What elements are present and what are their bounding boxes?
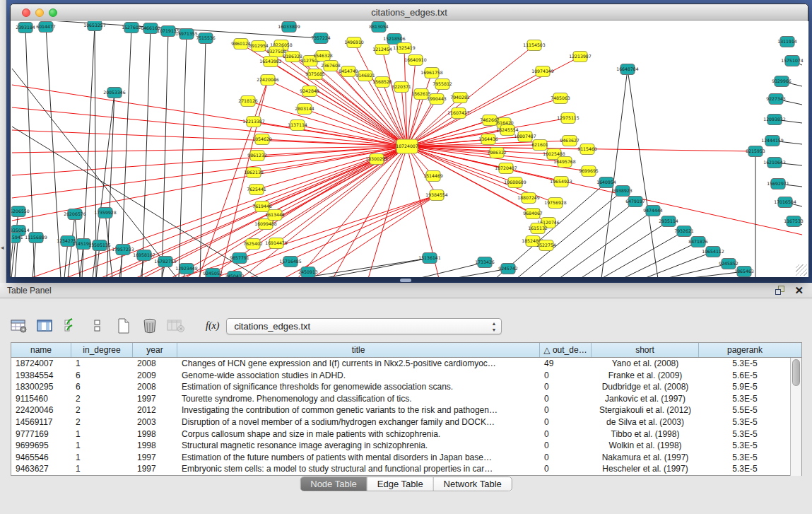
table-cell[interactable]: 0: [540, 463, 592, 475]
citation-edge-black[interactable]: [121, 28, 131, 277]
window-resize-grip[interactable]: [796, 264, 807, 276]
show-columns-icon[interactable]: [36, 317, 54, 335]
network-canvas[interactable]: 2393184601447710653257152760264661601071…: [11, 21, 808, 277]
table-cell[interactable]: Nakamura et al. (1997): [592, 452, 699, 464]
table-cell[interactable]: 1: [71, 440, 133, 452]
function-builder-icon[interactable]: f(x): [206, 320, 219, 332]
table-cell[interactable]: 5.3E-5: [699, 393, 791, 405]
table-cell[interactable]: 49: [540, 358, 592, 370]
citation-edge-red[interactable]: [248, 195, 437, 277]
table-cell[interactable]: 5.5E-5: [699, 404, 791, 416]
tab-network-table[interactable]: Network Table: [434, 477, 512, 491]
column-header-short[interactable]: short: [592, 343, 699, 357]
table-cell[interactable]: 18724007: [11, 358, 71, 370]
table-select-dropdown[interactable]: citations_edges.txt ▲▼: [226, 318, 502, 334]
column-header-pagerank[interactable]: pagerank: [699, 343, 791, 357]
table-cell[interactable]: 2012: [133, 404, 177, 416]
table-cell[interactable]: Structural magnetic resonance image aver…: [177, 440, 540, 452]
table-cell[interactable]: de Silva et al. (2003): [592, 416, 699, 428]
citation-edge-black[interactable]: [644, 252, 713, 277]
table-cell[interactable]: 9463627: [11, 463, 71, 475]
float-panel-button[interactable]: [775, 286, 785, 296]
citation-edge-black[interactable]: [601, 69, 628, 277]
table-cell[interactable]: Corpus callosum shape and size in male p…: [177, 428, 540, 440]
table-cell[interactable]: 5.9E-5: [699, 381, 791, 393]
network-view-window[interactable]: citations_edges.txt 23931846014477106532…: [10, 4, 808, 277]
citation-edge-red[interactable]: [276, 52, 407, 146]
citation-edge-red[interactable]: [12, 146, 407, 153]
table-row[interactable]: 969969511998Structural magnetic resonanc…: [11, 440, 801, 452]
collapse-arrow-icon[interactable]: ◂: [1, 245, 4, 251]
unselect-all-icon[interactable]: [88, 317, 107, 335]
table-cell[interactable]: 14569117: [11, 416, 71, 428]
table-cell[interactable]: 0: [540, 428, 592, 440]
table-cell[interactable]: 1: [71, 358, 133, 370]
table-row[interactable]: 1456911722003Disruption of a novel membe…: [11, 416, 801, 428]
table-cell[interactable]: 1: [71, 428, 133, 440]
table-cell[interactable]: 2003: [133, 416, 177, 428]
table-row[interactable]: 1830029562008Estimation of significance …: [11, 381, 801, 393]
table-cell[interactable]: 5.3E-5: [699, 452, 791, 464]
table-cell[interactable]: Estimation of significance thresholds fo…: [177, 381, 540, 393]
table-cell[interactable]: 0: [540, 452, 592, 464]
table-row[interactable]: 1938455462009Genome-wide association stu…: [11, 370, 801, 382]
split-pane-handle[interactable]: [400, 279, 411, 282]
citation-network-graph[interactable]: 2393184601447710653257152760264661601071…: [11, 21, 808, 277]
table-cell[interactable]: 9699695: [11, 440, 71, 452]
table-cell[interactable]: Yano et al. (2008): [592, 358, 699, 370]
citation-edge-red[interactable]: [283, 195, 437, 277]
citation-edge-black[interactable]: [628, 69, 658, 277]
citation-edge-red[interactable]: [268, 80, 407, 146]
table-mode-icon[interactable]: [10, 317, 28, 335]
table-cell[interactable]: Wolkin et al. (1998): [592, 440, 699, 452]
citation-edge-red[interactable]: [177, 195, 437, 277]
close-window-button[interactable]: [22, 8, 30, 17]
table-cell[interactable]: 19384554: [11, 370, 71, 382]
citation-edge-red[interactable]: [12, 107, 407, 146]
citation-edge-red[interactable]: [368, 146, 407, 277]
tab-node-table[interactable]: Node Table: [300, 477, 367, 491]
table-cell[interactable]: Embryonic stem cells: a model to study s…: [177, 463, 540, 475]
column-header-year[interactable]: year: [133, 343, 177, 357]
table-cell[interactable]: 2: [71, 416, 133, 428]
table-row[interactable]: 977716911998Corpus callosum shape and si…: [11, 428, 801, 440]
table-cell[interactable]: 0: [540, 404, 592, 416]
table-cell[interactable]: 5.3E-5: [699, 428, 791, 440]
table-cell[interactable]: Stergiakouli et al. (2012): [592, 404, 699, 416]
table-cell[interactable]: 2008: [133, 381, 177, 393]
table-cell[interactable]: 2: [71, 404, 133, 416]
table-cell[interactable]: 9777169: [11, 428, 71, 440]
table-row[interactable]: 946554611997Estimation of the future num…: [11, 452, 801, 464]
citation-edge-red[interactable]: [354, 42, 407, 146]
table-cell[interactable]: 0: [540, 440, 592, 452]
table-cell[interactable]: 0: [540, 370, 592, 382]
table-cell[interactable]: 6: [71, 370, 133, 382]
zoom-window-button[interactable]: [49, 8, 57, 17]
table-cell[interactable]: Hescheler et al. (1997): [592, 463, 699, 475]
table-cell[interactable]: 5.3E-5: [699, 416, 791, 428]
delete-table-icon[interactable]: [167, 317, 185, 335]
table-cell[interactable]: 5.6E-5: [699, 370, 791, 382]
scrollbar-thumb[interactable]: [792, 359, 800, 386]
table-cell[interactable]: 5.3E-5: [699, 463, 791, 475]
citation-edge-black[interactable]: [162, 31, 168, 277]
new-column-icon[interactable]: [114, 317, 133, 335]
citation-edge-red[interactable]: [298, 146, 407, 277]
table-cell[interactable]: 2008: [133, 358, 177, 370]
table-cell[interactable]: 0: [540, 381, 592, 393]
table-cell[interactable]: Jankovic et al. (1997): [592, 393, 699, 405]
table-cell[interactable]: 1997: [133, 393, 177, 405]
table-cell[interactable]: Tourette syndrome. Phenomenology and cla…: [177, 393, 540, 405]
citation-edge-black[interactable]: [538, 201, 635, 277]
table-cell[interactable]: 2009: [133, 370, 177, 382]
collapsed-panel-strip[interactable]: ◂: [0, 0, 6, 283]
table-cell[interactable]: 9465546: [11, 452, 71, 464]
column-header-in_degree[interactable]: in_degree: [71, 343, 133, 357]
window-titlebar[interactable]: citations_edges.txt: [11, 4, 808, 21]
table-cell[interactable]: 18300295: [11, 381, 71, 393]
table-cell[interactable]: Estimation of the future numbers of pati…: [177, 452, 540, 464]
citation-edge-black[interactable]: [179, 34, 187, 277]
table-cell[interactable]: 1998: [133, 440, 177, 452]
table-cell[interactable]: 5.3E-5: [699, 358, 791, 370]
citation-edge-red[interactable]: [407, 146, 802, 235]
